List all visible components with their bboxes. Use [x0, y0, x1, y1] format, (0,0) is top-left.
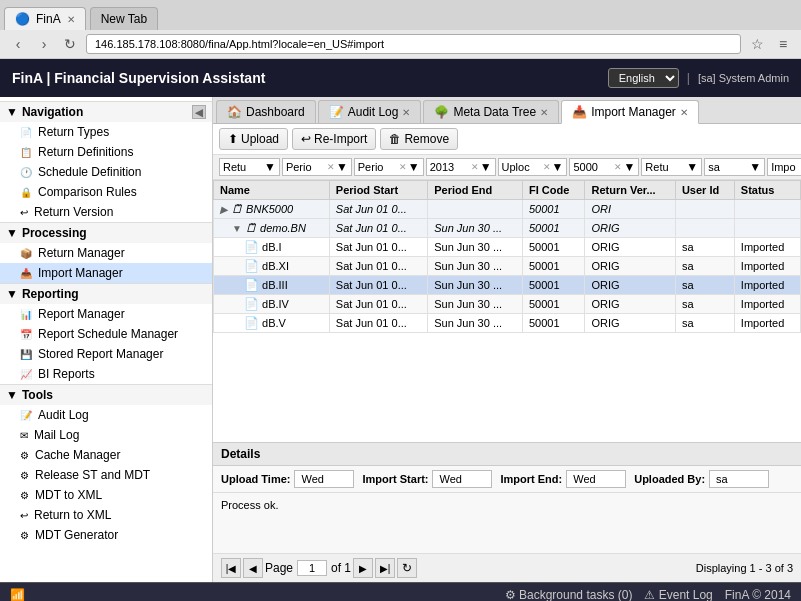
filter-year[interactable]: ✕ ▼	[426, 158, 496, 176]
sidebar-item-bi-reports[interactable]: 📈 BI Reports	[0, 364, 212, 384]
tab-dashboard[interactable]: 🏠 Dashboard	[216, 100, 316, 123]
sidebar-item-audit-log[interactable]: 📝 Audit Log	[0, 405, 212, 425]
filter-impo[interactable]: ▼	[767, 158, 801, 176]
table-row[interactable]: ▶ 🗒 BNK5000 Sat Jun 01 0... 50001 ORI	[214, 200, 801, 219]
row-expander[interactable]: ▼	[232, 223, 242, 234]
inactive-browser-tab[interactable]: New Tab	[90, 7, 158, 30]
cell-period-end: Sun Jun 30 ...	[428, 276, 523, 295]
table-row[interactable]: 📄 dB.V Sat Jun 01 0... Sun Jun 30 ... 50…	[214, 314, 801, 333]
row-expander[interactable]: ▶	[220, 204, 228, 215]
background-tasks[interactable]: ⚙ Background tasks (0)	[505, 588, 633, 602]
sidebar-item-return-version[interactable]: ↩ Return Version	[0, 202, 212, 222]
filter-5000-clear[interactable]: ✕	[614, 162, 622, 172]
sidebar-item-report-manager[interactable]: 📊 Report Manager	[0, 304, 212, 324]
filter-uploc-input[interactable]	[502, 161, 542, 173]
sidebar-section-navigation[interactable]: ▼ Navigation ◀	[0, 101, 212, 122]
filter-perio1-arrow[interactable]: ▼	[336, 160, 348, 174]
sidebar-item-release-st[interactable]: ⚙ Release ST and MDT	[0, 465, 212, 485]
back-btn[interactable]: ‹	[8, 34, 28, 54]
last-page-btn[interactable]: ▶|	[375, 558, 395, 578]
filter-perio2-input[interactable]	[358, 161, 398, 173]
sidebar-collapse-btn[interactable]: ◀	[192, 105, 206, 119]
address-bar-input[interactable]	[86, 34, 741, 54]
filter-retu-arrow[interactable]: ▼	[264, 160, 276, 174]
filter-5000[interactable]: ✕ ▼	[569, 158, 639, 176]
sidebar-item-cache-manager[interactable]: ⚙ Cache Manager	[0, 445, 212, 465]
filter-retu2-arrow[interactable]: ▼	[686, 160, 698, 174]
filter-perio2[interactable]: ✕ ▼	[354, 158, 424, 176]
filter-year-arrow[interactable]: ▼	[480, 160, 492, 174]
sidebar-item-mdt-xml[interactable]: ⚙ MDT to XML	[0, 485, 212, 505]
sidebar-item-return-types[interactable]: 📄 Return Types	[0, 122, 212, 142]
sidebar-item-return-definitions[interactable]: 📋 Return Definitions	[0, 142, 212, 162]
import-end-input[interactable]	[566, 470, 626, 488]
first-page-btn[interactable]: |◀	[221, 558, 241, 578]
filter-uploc-clear[interactable]: ✕	[543, 162, 551, 172]
sidebar-item-return-manager[interactable]: 📦 Return Manager	[0, 243, 212, 263]
sidebar-section-processing[interactable]: ▼ Processing	[0, 222, 212, 243]
refresh-browser-btn[interactable]: ↻	[60, 34, 80, 54]
import-start-input[interactable]	[432, 470, 492, 488]
filter-retu2[interactable]: ▼	[641, 158, 702, 176]
sidebar-item-stored-report[interactable]: 💾 Stored Report Manager	[0, 344, 212, 364]
forward-btn[interactable]: ›	[34, 34, 54, 54]
sidebar-label-audit-log: Audit Log	[38, 408, 89, 422]
bookmark-btn[interactable]: ☆	[747, 34, 767, 54]
filter-perio1[interactable]: ✕ ▼	[282, 158, 352, 176]
filter-impo-input[interactable]	[771, 161, 801, 173]
refresh-data-btn[interactable]: ↻	[397, 558, 417, 578]
sidebar-section-reporting[interactable]: ▼ Reporting	[0, 283, 212, 304]
sidebar-item-mdt-generator[interactable]: ⚙ MDT Generator	[0, 525, 212, 545]
filter-retu[interactable]: ▼	[219, 158, 280, 176]
filter-perio2-clear[interactable]: ✕	[399, 162, 407, 172]
filter-sa-input[interactable]	[708, 161, 748, 173]
tab-meta-data-tree[interactable]: 🌳 Meta Data Tree ✕	[423, 100, 559, 123]
filter-perio1-clear[interactable]: ✕	[327, 162, 335, 172]
sidebar-section-tools[interactable]: ▼ Tools	[0, 384, 212, 405]
tab-close-btn[interactable]: ✕	[67, 14, 75, 25]
prev-page-btn[interactable]: ◀	[243, 558, 263, 578]
filter-5000-input[interactable]	[573, 161, 613, 173]
sidebar-item-comparison-rules[interactable]: 🔒 Comparison Rules	[0, 182, 212, 202]
filter-uploc-arrow[interactable]: ▼	[552, 160, 564, 174]
filter-year-clear[interactable]: ✕	[471, 162, 479, 172]
filter-sa[interactable]: ▼	[704, 158, 765, 176]
filter-retu2-input[interactable]	[645, 161, 685, 173]
filter-5000-arrow[interactable]: ▼	[623, 160, 635, 174]
table-row[interactable]: ▼ 🗒 demo.BN Sat Jun 01 0... Sun Jun 30 .…	[214, 219, 801, 238]
tab-audit-log[interactable]: 📝 Audit Log ✕	[318, 100, 422, 123]
upload-time-input[interactable]	[294, 470, 354, 488]
tab-audit-close[interactable]: ✕	[402, 107, 410, 118]
next-page-btn[interactable]: ▶	[353, 558, 373, 578]
tab-meta-close[interactable]: ✕	[540, 107, 548, 118]
meta-icon: 🌳	[434, 105, 449, 119]
menu-btn[interactable]: ≡	[773, 34, 793, 54]
filter-sa-arrow[interactable]: ▼	[749, 160, 761, 174]
filter-perio1-input[interactable]	[286, 161, 326, 173]
filter-perio2-arrow[interactable]: ▼	[408, 160, 420, 174]
sidebar-item-return-xml[interactable]: ↩ Return to XML	[0, 505, 212, 525]
sidebar-label-import-manager: Import Manager	[38, 266, 123, 280]
tab-import-manager[interactable]: 📥 Import Manager ✕	[561, 100, 699, 124]
table-row[interactable]: 📄 dB.IV Sat Jun 01 0... Sun Jun 30 ... 5…	[214, 295, 801, 314]
cell-user-id: sa	[675, 238, 734, 257]
uploaded-by-input[interactable]	[709, 470, 769, 488]
event-log[interactable]: ⚠ Event Log	[644, 588, 712, 602]
page-number-input[interactable]	[297, 560, 327, 576]
sidebar-item-schedule-definition[interactable]: 🕐 Schedule Definition	[0, 162, 212, 182]
sidebar-item-report-schedule[interactable]: 📅 Report Schedule Manager	[0, 324, 212, 344]
reimport-btn[interactable]: ↩ Re-Import	[292, 128, 376, 150]
filter-uploc[interactable]: ✕ ▼	[498, 158, 568, 176]
sidebar-item-mail-log[interactable]: ✉ Mail Log	[0, 425, 212, 445]
sidebar-item-import-manager[interactable]: 📥 Import Manager	[0, 263, 212, 283]
upload-btn[interactable]: ⬆ Upload	[219, 128, 288, 150]
remove-btn[interactable]: 🗑 Remove	[380, 128, 458, 150]
filter-year-input[interactable]	[430, 161, 470, 173]
tab-import-close[interactable]: ✕	[680, 107, 688, 118]
active-browser-tab[interactable]: 🔵 FinA ✕	[4, 7, 86, 30]
table-row[interactable]: 📄 dB.XI Sat Jun 01 0... Sun Jun 30 ... 5…	[214, 257, 801, 276]
table-row[interactable]: 📄 dB.I Sat Jun 01 0... Sun Jun 30 ... 50…	[214, 238, 801, 257]
filter-retu-input[interactable]	[223, 161, 263, 173]
table-row-selected[interactable]: 📄 dB.III Sat Jun 01 0... Sun Jun 30 ... …	[214, 276, 801, 295]
language-select[interactable]: English	[608, 68, 679, 88]
